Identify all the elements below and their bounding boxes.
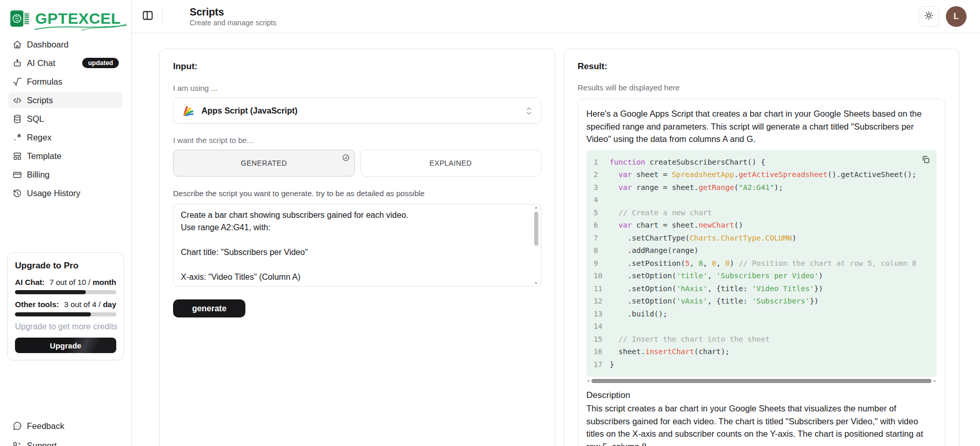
code-line: 13 .build(); — [594, 308, 930, 321]
sidebar-item-formulas[interactable]: Formulas — [8, 74, 123, 89]
sidebar-item-label: Billing — [27, 170, 50, 180]
page-title: Scripts — [190, 6, 276, 18]
code-line: 6 var chart = sheet.newChart() — [594, 219, 930, 232]
line-number: 9 — [594, 257, 610, 270]
topbar: Scripts Create and manage scripts L — [132, 0, 980, 33]
sidebar-item-scripts[interactable]: Scripts — [8, 92, 123, 108]
logo-underline-swoosh — [34, 23, 128, 31]
line-number: 8 — [594, 244, 610, 257]
code-line: 17} — [594, 358, 930, 371]
app-window: GPTEXCEL DashboardAI ChatupdatedFormulas… — [0, 0, 980, 446]
sidebar-item-label: Formulas — [27, 77, 63, 87]
sidebar-toggle-button[interactable] — [141, 9, 155, 24]
code-lines: 1function createSubscribersChart() {2 va… — [594, 156, 930, 371]
input-panel: Input: I am using ... Apps Script (JavaS… — [159, 49, 555, 446]
mode-toggle-group: GENERATED EXPLAINED — [173, 150, 541, 177]
code-line: 5 // Create a new chart — [594, 206, 930, 219]
upgrade-note: Upgrade to get more credits — [15, 322, 116, 331]
sidebar-item-sql[interactable]: SQL — [8, 111, 123, 126]
line-number: 13 — [594, 308, 610, 321]
theme-toggle-button[interactable] — [919, 6, 939, 27]
language-select-value: Apps Script (JavaScript) — [201, 106, 298, 116]
code-horizontal-scrollbar[interactable] — [586, 378, 937, 384]
sidebar: GPTEXCEL DashboardAI ChatupdatedFormulas… — [0, 0, 132, 446]
copy-code-button[interactable] — [921, 155, 931, 165]
code-line: 16 sheet.insertChart(chart); — [594, 345, 930, 358]
mode-generated-button[interactable]: GENERATED — [173, 150, 355, 177]
mode-generated-label: GENERATED — [241, 159, 287, 167]
user-avatar[interactable]: L — [946, 6, 967, 27]
sidebar-item-label: Support — [27, 441, 57, 446]
sidebar-item-feedback[interactable]: Feedback — [8, 418, 123, 434]
result-placeholder: Results will be displayed here — [578, 83, 945, 92]
sidebar-item-support[interactable]: Support — [8, 438, 123, 446]
code-line: 3 var range = sheet.getRange("A2:G41"); — [594, 181, 930, 194]
mode-explained-label: EXPLAINED — [429, 159, 472, 167]
mode-explained-button[interactable]: EXPLAINED — [360, 150, 542, 177]
sidebar-item-label: Dashboard — [27, 40, 69, 50]
template-icon — [12, 151, 22, 161]
progress-bar — [15, 312, 116, 316]
scrollbar-thumb[interactable] — [592, 379, 931, 383]
meter-value: 7 out of 10 / month — [50, 278, 116, 286]
panel-left-icon — [142, 15, 154, 23]
check-circle-icon — [342, 154, 350, 162]
description-title: Description — [586, 390, 937, 401]
upgrade-button[interactable]: Upgrade — [15, 338, 116, 353]
line-number: 11 — [594, 282, 610, 295]
sidebar-item-label: Feedback — [27, 421, 64, 431]
generate-button[interactable]: generate — [173, 299, 245, 317]
code-line: 7 .setChartType(Charts.ChartType.COLUMN) — [594, 232, 930, 245]
header-divider — [162, 9, 163, 24]
sidebar-item-billing[interactable]: Billing — [8, 167, 123, 182]
line-number: 6 — [594, 219, 610, 232]
regex-icon — [12, 133, 22, 142]
feedback-icon — [12, 421, 22, 431]
code-line: 10 .setOption('title', 'Subscribers per … — [594, 269, 930, 282]
code-block: 1function createSubscribersChart() {2 va… — [586, 150, 937, 377]
description-text: This script creates a bar chart in your … — [586, 402, 937, 446]
sidebar-item-dashboard[interactable]: Dashboard — [8, 37, 123, 52]
sidebar-item-template[interactable]: Template — [8, 148, 123, 164]
result-panel: Result: Results will be displayed here H… — [564, 49, 959, 446]
using-label: I am using ... — [173, 84, 541, 92]
bot-icon — [12, 58, 22, 68]
scrollbar-thumb[interactable] — [534, 212, 538, 246]
chevron-up-down-icon — [525, 106, 533, 116]
line-number: 1 — [594, 156, 610, 169]
result-intro: Here's a Google Apps Script that creates… — [586, 107, 937, 146]
upgrade-card: Upgrade to Pro AI Chat: 7 out of 10 / mo… — [7, 252, 124, 360]
sidebar-item-usage-history[interactable]: Usage History — [8, 185, 123, 201]
code-line: 8 .addRange(range) — [594, 244, 930, 257]
sidebar-item-ai-chat[interactable]: AI Chatupdated — [8, 55, 123, 71]
sun-icon — [924, 10, 934, 22]
code-line: 15 // Insert the chart into the sheet — [594, 333, 930, 346]
line-number: 7 — [594, 232, 610, 245]
code-line: 11 .setOption('hAxis', {title: 'Video Ti… — [594, 282, 930, 295]
textarea-vertical-scrollbar[interactable] — [533, 205, 540, 285]
result-box: Here's a Google Apps Script that creates… — [578, 99, 945, 446]
sidebar-item-label: Template — [27, 151, 61, 161]
line-number: 16 — [594, 345, 610, 358]
sidebar-item-regex[interactable]: Regex — [8, 130, 123, 145]
sidebar-item-label: Scripts — [27, 95, 53, 105]
language-select[interactable]: Apps Script (JavaScript) — [173, 98, 541, 124]
brand-logo[interactable]: GPTEXCEL — [0, 0, 131, 37]
line-number: 2 — [594, 168, 610, 181]
history-icon — [12, 188, 22, 198]
credit-card-icon — [12, 170, 22, 180]
meter-label: AI Chat: — [15, 278, 45, 286]
script-description-textarea[interactable]: Create a bar chart showing subscribers g… — [173, 204, 541, 286]
usage-meters: AI Chat: 7 out of 10 / monthOther tools:… — [15, 278, 116, 316]
code-line: 2 var sheet = SpreadsheetApp.getActiveSp… — [594, 168, 930, 181]
code-line: 14 — [594, 320, 930, 333]
apps-script-logo-icon — [182, 105, 194, 117]
meter-row: Other tools: 3 out of 4 / day — [15, 300, 116, 309]
textarea-content: Create a bar chart showing subscribers g… — [174, 204, 541, 286]
upgrade-title: Upgrade to Pro — [15, 261, 116, 271]
line-number: 4 — [594, 194, 610, 206]
phone-icon — [12, 441, 22, 446]
line-number: 10 — [594, 269, 610, 282]
main-area: Scripts Create and manage scripts L Inpu… — [132, 0, 980, 446]
sidebar-nav: DashboardAI ChatupdatedFormulasScriptsSQ… — [0, 37, 131, 201]
